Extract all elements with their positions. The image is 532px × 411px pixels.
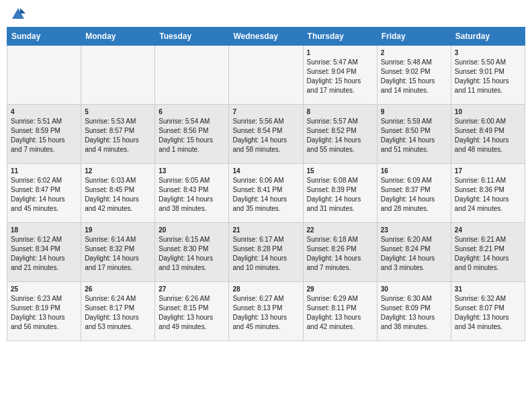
day-number: 6Sunrise: 5:54 AMSunset: 8:56 PMDaylight… <box>159 108 213 153</box>
day-number: 12Sunrise: 6:03 AMSunset: 8:45 PMDayligh… <box>85 167 139 212</box>
svg-marker-1 <box>20 8 26 13</box>
day-number: 10Sunrise: 6:00 AMSunset: 8:49 PMDayligh… <box>455 108 509 153</box>
day-number: 19Sunrise: 6:14 AMSunset: 8:32 PMDayligh… <box>85 226 139 271</box>
week-row-2: 4Sunrise: 5:51 AMSunset: 8:59 PMDaylight… <box>7 105 525 164</box>
calendar-cell: 28Sunrise: 6:27 AMSunset: 8:13 PMDayligh… <box>229 282 303 341</box>
calendar-body: 1Sunrise: 5:47 AMSunset: 9:04 PMDaylight… <box>7 46 525 341</box>
header-cell-thursday: Thursday <box>303 28 377 46</box>
header-cell-monday: Monday <box>81 28 155 46</box>
header-cell-sunday: Sunday <box>7 28 81 46</box>
page-header <box>7 7 525 21</box>
day-number: 23Sunrise: 6:20 AMSunset: 8:24 PMDayligh… <box>381 226 435 271</box>
calendar-cell: 31Sunrise: 6:32 AMSunset: 8:07 PMDayligh… <box>451 282 525 341</box>
day-number: 20Sunrise: 6:15 AMSunset: 8:30 PMDayligh… <box>159 226 213 271</box>
calendar-cell: 8Sunrise: 5:57 AMSunset: 8:52 PMDaylight… <box>303 105 377 164</box>
calendar-cell: 17Sunrise: 6:11 AMSunset: 8:36 PMDayligh… <box>451 164 525 223</box>
calendar-header: SundayMondayTuesdayWednesdayThursdayFrid… <box>7 28 525 46</box>
calendar-cell: 1Sunrise: 5:47 AMSunset: 9:04 PMDaylight… <box>303 46 377 105</box>
calendar-cell: 15Sunrise: 6:08 AMSunset: 8:39 PMDayligh… <box>303 164 377 223</box>
calendar-cell <box>7 46 81 105</box>
header-cell-friday: Friday <box>377 28 451 46</box>
day-number: 21Sunrise: 6:17 AMSunset: 8:28 PMDayligh… <box>232 226 287 271</box>
calendar-cell <box>81 46 155 105</box>
calendar-table: SundayMondayTuesdayWednesdayThursdayFrid… <box>7 27 525 341</box>
calendar-cell: 11Sunrise: 6:02 AMSunset: 8:47 PMDayligh… <box>7 164 81 223</box>
logo <box>9 7 26 21</box>
day-number: 9Sunrise: 5:59 AMSunset: 8:50 PMDaylight… <box>381 108 435 153</box>
day-number: 17Sunrise: 6:11 AMSunset: 8:36 PMDayligh… <box>455 167 509 212</box>
calendar-cell: 9Sunrise: 5:59 AMSunset: 8:50 PMDaylight… <box>377 105 451 164</box>
day-number: 16Sunrise: 6:09 AMSunset: 8:37 PMDayligh… <box>381 167 435 212</box>
calendar-cell: 29Sunrise: 6:29 AMSunset: 8:11 PMDayligh… <box>303 282 377 341</box>
day-number: 28Sunrise: 6:27 AMSunset: 8:13 PMDayligh… <box>232 285 287 330</box>
day-number: 31Sunrise: 6:32 AMSunset: 8:07 PMDayligh… <box>455 285 509 330</box>
day-number: 14Sunrise: 6:06 AMSunset: 8:41 PMDayligh… <box>232 167 287 212</box>
calendar-cell: 2Sunrise: 5:48 AMSunset: 9:02 PMDaylight… <box>377 46 451 105</box>
calendar-cell: 14Sunrise: 6:06 AMSunset: 8:41 PMDayligh… <box>229 164 303 223</box>
header-cell-wednesday: Wednesday <box>229 28 303 46</box>
calendar-cell: 13Sunrise: 6:05 AMSunset: 8:43 PMDayligh… <box>155 164 229 223</box>
week-row-5: 25Sunrise: 6:23 AMSunset: 8:19 PMDayligh… <box>7 282 525 341</box>
week-row-4: 18Sunrise: 6:12 AMSunset: 8:34 PMDayligh… <box>7 223 525 282</box>
calendar-cell: 21Sunrise: 6:17 AMSunset: 8:28 PMDayligh… <box>229 223 303 282</box>
day-number: 5Sunrise: 5:53 AMSunset: 8:57 PMDaylight… <box>85 108 139 153</box>
day-number: 30Sunrise: 6:30 AMSunset: 8:09 PMDayligh… <box>381 285 435 330</box>
day-number: 8Sunrise: 5:57 AMSunset: 8:52 PMDaylight… <box>307 108 361 153</box>
header-cell-tuesday: Tuesday <box>155 28 229 46</box>
day-number: 27Sunrise: 6:26 AMSunset: 8:15 PMDayligh… <box>159 285 213 330</box>
calendar-cell: 20Sunrise: 6:15 AMSunset: 8:30 PMDayligh… <box>155 223 229 282</box>
calendar-cell: 18Sunrise: 6:12 AMSunset: 8:34 PMDayligh… <box>7 223 81 282</box>
calendar-cell: 12Sunrise: 6:03 AMSunset: 8:45 PMDayligh… <box>81 164 155 223</box>
calendar-cell: 27Sunrise: 6:26 AMSunset: 8:15 PMDayligh… <box>155 282 229 341</box>
week-row-3: 11Sunrise: 6:02 AMSunset: 8:47 PMDayligh… <box>7 164 525 223</box>
calendar-cell <box>229 46 303 105</box>
calendar-cell: 26Sunrise: 6:24 AMSunset: 8:17 PMDayligh… <box>81 282 155 341</box>
header-row: SundayMondayTuesdayWednesdayThursdayFrid… <box>7 28 525 46</box>
calendar-cell <box>155 46 229 105</box>
calendar-cell: 30Sunrise: 6:30 AMSunset: 8:09 PMDayligh… <box>377 282 451 341</box>
day-number: 29Sunrise: 6:29 AMSunset: 8:11 PMDayligh… <box>307 285 361 330</box>
calendar-cell: 10Sunrise: 6:00 AMSunset: 8:49 PMDayligh… <box>451 105 525 164</box>
calendar-cell: 5Sunrise: 5:53 AMSunset: 8:57 PMDaylight… <box>81 105 155 164</box>
calendar-cell: 22Sunrise: 6:18 AMSunset: 8:26 PMDayligh… <box>303 223 377 282</box>
day-number: 2Sunrise: 5:48 AMSunset: 9:02 PMDaylight… <box>381 49 435 94</box>
calendar-cell: 23Sunrise: 6:20 AMSunset: 8:24 PMDayligh… <box>377 223 451 282</box>
logo-icon <box>11 7 26 21</box>
day-number: 25Sunrise: 6:23 AMSunset: 8:19 PMDayligh… <box>11 285 65 330</box>
week-row-1: 1Sunrise: 5:47 AMSunset: 9:04 PMDaylight… <box>7 46 525 105</box>
calendar-cell: 16Sunrise: 6:09 AMSunset: 8:37 PMDayligh… <box>377 164 451 223</box>
day-number: 11Sunrise: 6:02 AMSunset: 8:47 PMDayligh… <box>11 167 65 212</box>
calendar-cell: 19Sunrise: 6:14 AMSunset: 8:32 PMDayligh… <box>81 223 155 282</box>
day-number: 18Sunrise: 6:12 AMSunset: 8:34 PMDayligh… <box>11 226 65 271</box>
day-number: 1Sunrise: 5:47 AMSunset: 9:04 PMDaylight… <box>307 49 361 94</box>
calendar-cell: 3Sunrise: 5:50 AMSunset: 9:01 PMDaylight… <box>451 46 525 105</box>
calendar-cell: 6Sunrise: 5:54 AMSunset: 8:56 PMDaylight… <box>155 105 229 164</box>
header-cell-saturday: Saturday <box>451 28 525 46</box>
day-number: 3Sunrise: 5:50 AMSunset: 9:01 PMDaylight… <box>455 49 509 94</box>
day-number: 7Sunrise: 5:56 AMSunset: 8:54 PMDaylight… <box>232 108 287 153</box>
calendar-cell: 4Sunrise: 5:51 AMSunset: 8:59 PMDaylight… <box>7 105 81 164</box>
day-number: 26Sunrise: 6:24 AMSunset: 8:17 PMDayligh… <box>85 285 139 330</box>
calendar-cell: 7Sunrise: 5:56 AMSunset: 8:54 PMDaylight… <box>229 105 303 164</box>
calendar-cell: 25Sunrise: 6:23 AMSunset: 8:19 PMDayligh… <box>7 282 81 341</box>
day-number: 4Sunrise: 5:51 AMSunset: 8:59 PMDaylight… <box>11 108 65 153</box>
day-number: 22Sunrise: 6:18 AMSunset: 8:26 PMDayligh… <box>307 226 361 271</box>
day-number: 13Sunrise: 6:05 AMSunset: 8:43 PMDayligh… <box>159 167 213 212</box>
calendar-cell: 24Sunrise: 6:21 AMSunset: 8:21 PMDayligh… <box>451 223 525 282</box>
day-number: 15Sunrise: 6:08 AMSunset: 8:39 PMDayligh… <box>307 167 361 212</box>
day-number: 24Sunrise: 6:21 AMSunset: 8:21 PMDayligh… <box>455 226 509 271</box>
